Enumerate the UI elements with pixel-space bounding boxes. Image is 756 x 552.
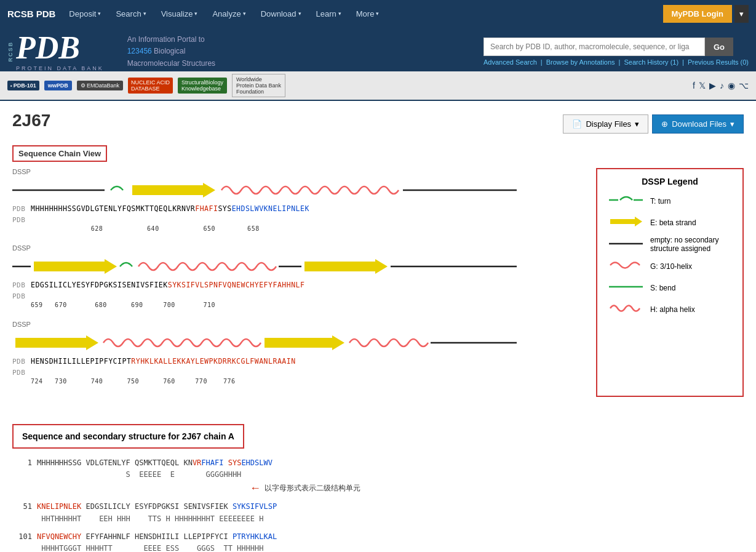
sequence-block-1: 1 MHHHHHHSSG VDLGTENLYF QSMKTTQEQL KNVRF… <box>12 457 744 495</box>
tagline-link[interactable]: 123456 <box>127 47 152 55</box>
nav-deposit[interactable]: Deposit ▾ <box>63 6 107 22</box>
display-files-button[interactable]: 📄 Display Files ▾ <box>563 114 648 134</box>
seq-ss-1: S EEEEE E GGGGHHHH <box>37 469 241 481</box>
annotation-row-1: ← 以字母形式表示二级结构单元 <box>12 482 744 495</box>
document-icon: 📄 <box>572 119 582 129</box>
title-row: 2J67 📄 Display Files ▾ ⊕ Download Files … <box>12 111 744 137</box>
search-input[interactable] <box>483 38 705 56</box>
empty-label: empty: no secondary structure assigned <box>650 236 733 253</box>
search-area: Go Advanced Search | Browse by Annotatio… <box>483 38 749 66</box>
search-links: Advanced Search | Browse by Annotations … <box>483 58 749 66</box>
legend-bend: S: bend <box>607 279 733 296</box>
seq-num-101: 101 <box>12 531 32 543</box>
legend-turn: T: turn <box>607 193 733 209</box>
rcsb-logo: RCSB <box>7 41 14 62</box>
alpha-helix-icon <box>609 301 643 316</box>
itunes-icon[interactable]: ♪ <box>720 81 724 90</box>
beta-label: E: beta strand <box>650 218 696 227</box>
search-row: Go <box>483 38 749 56</box>
tagline-line1: An Information Portal to <box>127 35 205 44</box>
android-icon[interactable]: ◉ <box>728 81 735 90</box>
pdb101-logo: ▪ PDB-101 <box>7 81 39 90</box>
advanced-search-link[interactable]: Advanced Search <box>483 58 537 66</box>
dssp-visual-2 <box>12 253 517 280</box>
chevron-icon: ▾ <box>143 10 146 17</box>
previous-results-link[interactable]: Previous Results (0) <box>688 58 749 66</box>
github-icon[interactable]: ⌥ <box>739 81 749 90</box>
bend-label: S: bend <box>650 284 675 292</box>
dssp-row-1: DSSP PDBMHHHHHHHSSGVDLGTENLYFQSMKTT <box>12 168 584 232</box>
svg-marker-13 <box>610 217 642 226</box>
pdb-seq-row-1b: PDB <box>12 215 584 226</box>
sequence-block-51: 51 KNELIPNLEK EDGSILICLY ESYFDPGKSI SENI… <box>12 501 744 524</box>
nav-visualize[interactable]: Visualize ▾ <box>155 6 204 22</box>
tagline-line2-rest: Biological <box>154 47 185 55</box>
annotation-text: 以字母形式表示二级结构单元 <box>265 483 360 494</box>
download-files-button[interactable]: ⊕ Download Files ▾ <box>652 114 744 134</box>
pdb-seq-row-2: PDBEDGSILICLYESYFDPGKSISENIVSFIEKSYKSIFV… <box>12 280 584 291</box>
dssp-row-2: DSSP PDBE <box>12 244 584 308</box>
chevron-icon: ▾ <box>376 10 379 17</box>
seq-numbers-1: 628 640 650 658 <box>12 225 584 232</box>
social-icons: f 𝕏 ▶ ♪ ◉ ⌥ <box>693 81 749 90</box>
svg-marker-1 <box>132 183 215 198</box>
nav-analyze[interactable]: Analyze ▾ <box>206 6 252 22</box>
nav-learn[interactable]: Learn ▾ <box>310 6 348 22</box>
seq-aa-51: KNELIPNLEK EDGSILICLY ESYFDPGKSI SENIVSF… <box>37 501 277 513</box>
nav-search[interactable]: Search ▾ <box>109 6 152 22</box>
legend-310helix: G: 3/10-helix <box>607 258 733 274</box>
svg-marker-8 <box>15 335 98 350</box>
chevron-icon: ▾ <box>338 10 341 17</box>
twitter-icon[interactable]: 𝕏 <box>699 81 706 90</box>
search-history-link[interactable]: Search History (1) <box>624 58 678 66</box>
seq-num-1: 1 <box>12 457 32 469</box>
nav-download[interactable]: Download ▾ <box>255 6 308 22</box>
chevron-down-icon: ▾ <box>635 119 639 129</box>
facebook-icon[interactable]: f <box>693 81 695 90</box>
pdb-logo-container: PDB PROTEIN DATA BANK <box>16 32 104 71</box>
chevron-icon: ▾ <box>194 10 197 17</box>
mypdb-chevron[interactable]: ▾ <box>734 5 749 23</box>
rcsb-text: RCSB <box>7 41 14 62</box>
pdb-seq-row-2b: PDB <box>12 291 584 302</box>
svg-marker-4 <box>34 259 117 274</box>
mypdb-login-button[interactable]: MyPDB Login <box>663 5 733 23</box>
sequence-section-box: Sequence and secondary structure for 2J6… <box>12 424 244 449</box>
seq-num-51: 51 <box>12 501 32 513</box>
seq-numbers-3: 724 730 740 750 760 770 776 <box>12 378 584 385</box>
logo-area: RCSB PDB PROTEIN DATA BANK <box>7 32 104 71</box>
protein-data-bank-text: PROTEIN DATA BANK <box>16 65 104 71</box>
action-buttons: 📄 Display Files ▾ ⊕ Download Files ▾ <box>563 114 744 134</box>
seq-ss-101: HHHHTGGGT HHHHTT EEEE ESS GGGS TT HHHHHH <box>37 543 263 552</box>
chevron-icon: ▾ <box>298 10 301 17</box>
youtube-icon[interactable]: ▶ <box>709 81 716 90</box>
go-button[interactable]: Go <box>705 38 733 56</box>
sequence-block-101: 101 NFVQNEWCHY EFYFAHHNLF HENSDHIILI LLE… <box>12 531 744 552</box>
beta-strand-icon <box>609 214 643 229</box>
pdb-seq-row-1: PDBMHHHHHHHSSGVDLGTENLYFQSMKTTQEQLKRNVRF… <box>12 204 584 215</box>
nadb-logo: NUCLEIC ACIDDATABASE <box>128 78 173 94</box>
seq-aa-101: NFVQNEWCHY EFYFAHHNLF HENSDHIILI LLEPIPF… <box>37 531 277 543</box>
legend-beta: E: beta strand <box>607 214 733 231</box>
chevron-down-icon: ▾ <box>730 119 734 129</box>
emdb-logo: ⚙ EMDataBank <box>77 81 123 90</box>
top-navigation: RCSB PDB Deposit ▾ Search ▾ Visualize ▾ … <box>0 0 756 27</box>
nav-more[interactable]: More ▾ <box>350 6 386 22</box>
annotation-arrow-icon: ← <box>250 482 261 495</box>
sequence-section-area: Sequence and secondary structure for 2J6… <box>12 409 744 552</box>
dssp-visual-3 <box>12 329 517 356</box>
browse-annotations-link[interactable]: Browse by Annotations <box>546 58 615 66</box>
brand-name: RCSB PDB <box>7 9 55 19</box>
header-tagline-area: An Information Portal to 123456 Biologic… <box>121 34 215 70</box>
legend-alphahelix: H: alpha helix <box>607 301 733 318</box>
site-header: RCSB PDB PROTEIN DATA BANK An Informatio… <box>0 27 756 71</box>
dssp-row-3: DSSP PDBHENSDHIILILLEPIPFYCIPTRYHKLKALLE… <box>12 321 584 385</box>
wwpdb-logo: wwPDB <box>44 81 72 90</box>
dssp-label-3: DSSP <box>12 321 584 328</box>
dssp-label-1: DSSP <box>12 168 584 175</box>
wwpdb-foundation-logo: WorldwideProtein Data BankFoundation <box>232 74 285 97</box>
bend-icon <box>609 279 643 294</box>
empty-structure-icon <box>609 236 643 251</box>
dssp-label-2: DSSP <box>12 244 584 252</box>
pdb-seq-row-3: PDBHENSDHIILILLEPIPFYCIPTRYHKLKALLEKKAYL… <box>12 356 584 367</box>
